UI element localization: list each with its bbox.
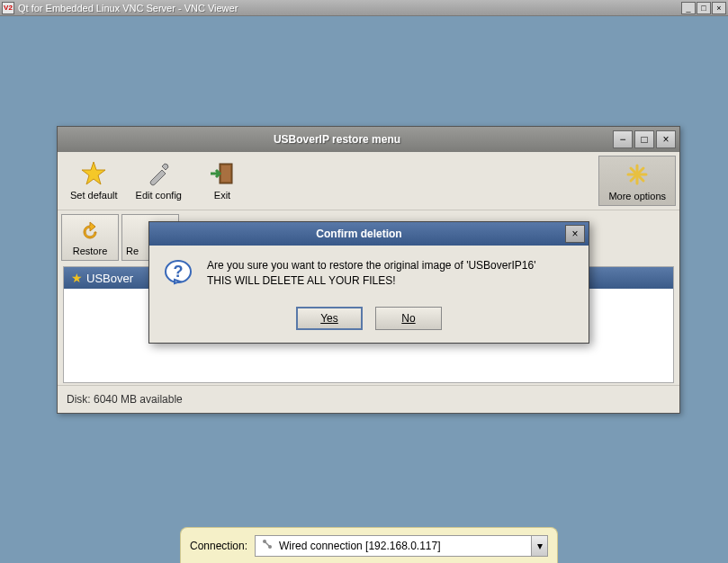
svg-text:?: ?: [174, 263, 184, 281]
exit-icon: [208, 159, 237, 188]
dialog-titlebar[interactable]: Confirm deletion ×: [149, 222, 589, 246]
svg-line-10: [265, 542, 269, 546]
connection-label: Connection:: [190, 540, 247, 552]
dropdown-arrow-icon[interactable]: ▾: [531, 536, 547, 556]
vnc-logo-icon: V2: [2, 2, 14, 14]
yes-button[interactable]: Yes: [296, 307, 363, 330]
second-toolbar-label: Re: [126, 246, 139, 256]
dialog-line2: THIS WILL DELETE ALL YOUR FILES!: [207, 273, 535, 289]
exit-button[interactable]: Exit: [191, 156, 254, 206]
dialog-title: Confirm deletion: [153, 228, 565, 240]
main-toolbar: Set default Edit config Exit More option: [58, 152, 679, 210]
maximize-button[interactable]: □: [634, 130, 654, 148]
edit-config-label: Edit config: [136, 190, 182, 201]
connection-bar: Connection: Wired connection [192.168.0.…: [180, 527, 558, 563]
question-icon: ?: [162, 258, 194, 290]
vnc-close-button[interactable]: ×: [712, 2, 726, 14]
vnc-maximize-button[interactable]: □: [697, 2, 711, 14]
restore-label: Restore: [73, 246, 108, 256]
dialog-close-button[interactable]: ×: [565, 225, 585, 243]
no-button[interactable]: No: [375, 307, 442, 330]
second-toolbar-icon: [126, 219, 151, 244]
set-default-button[interactable]: Set default: [61, 156, 127, 206]
connection-select[interactable]: Wired connection [192.168.0.117] ▾: [255, 535, 548, 557]
vnc-title: Qt for Embedded Linux VNC Server - VNC V…: [18, 3, 681, 13]
desktop: USBoverIP restore menu − □ × Set default…: [0, 16, 728, 563]
vnc-titlebar: V2 Qt for Embedded Linux VNC Server - VN…: [0, 0, 728, 16]
dialog-line1: Are you sure you want to restore the ori…: [207, 258, 535, 273]
undo-icon: [77, 219, 103, 244]
app-titlebar[interactable]: USBoverIP restore menu − □ ×: [58, 127, 679, 152]
minimize-icon: −: [619, 133, 625, 146]
favorite-star-icon: ★: [71, 271, 83, 285]
wrench-icon: [144, 159, 173, 188]
asterisk-icon: [623, 160, 652, 189]
star-icon: [79, 159, 108, 188]
exit-label: Exit: [214, 190, 230, 201]
more-options-button[interactable]: More options: [598, 156, 676, 206]
status-bar: Disk: 6040 MB available: [58, 385, 679, 413]
app-title: USBoverIP restore menu: [61, 133, 613, 146]
close-icon: ×: [571, 228, 578, 240]
vnc-minimize-button[interactable]: _: [681, 2, 696, 14]
close-button[interactable]: ×: [656, 130, 676, 148]
svg-rect-1: [221, 165, 230, 182]
set-default-label: Set default: [70, 190, 118, 201]
connection-value: Wired connection [192.168.0.117]: [279, 540, 440, 552]
dialog-message: Are you sure you want to restore the ori…: [207, 258, 535, 290]
restore-button[interactable]: Restore: [61, 214, 119, 261]
maximize-icon: □: [641, 133, 647, 146]
close-icon: ×: [662, 133, 669, 146]
minimize-button[interactable]: −: [613, 130, 633, 148]
list-item-label: USBover: [86, 272, 133, 285]
confirm-dialog: Confirm deletion × ? Are you sure you wa…: [148, 221, 589, 344]
more-options-label: More options: [608, 191, 666, 201]
network-icon: [261, 538, 274, 553]
edit-config-button[interactable]: Edit config: [127, 156, 191, 206]
